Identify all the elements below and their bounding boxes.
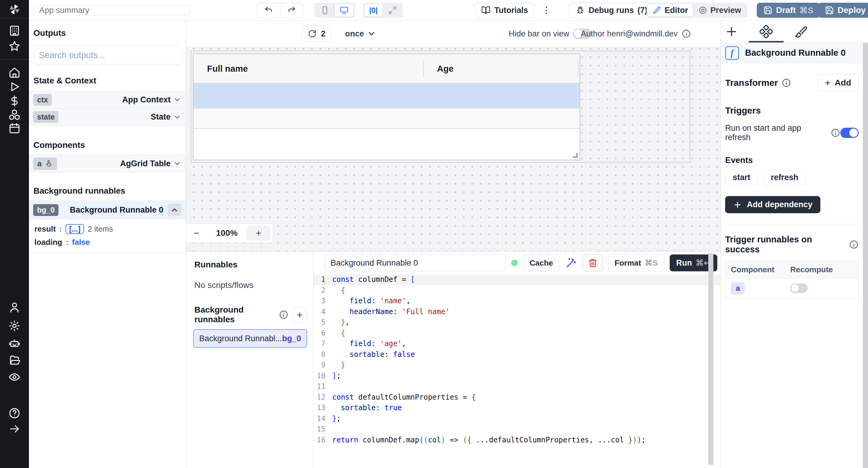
code-line[interactable]: 14}; <box>313 413 721 424</box>
cache-button[interactable]: Cache <box>523 255 559 271</box>
event-pill-refresh[interactable]: refresh <box>764 170 806 185</box>
output-row-state[interactable]: state State <box>29 108 186 126</box>
more-menu-button[interactable] <box>541 3 552 18</box>
table-row-selected[interactable] <box>193 84 580 108</box>
app-canvas[interactable]: Full name Age − 100% + <box>186 47 721 251</box>
recompute-toggle[interactable] <box>790 283 808 293</box>
code-line[interactable]: 8 sortable: false <box>313 349 721 360</box>
plus-icon <box>725 25 738 38</box>
editor-tab[interactable]: Editor <box>648 4 693 16</box>
column-header-full-name[interactable]: Full name <box>207 64 248 74</box>
zoom-in-button[interactable]: + <box>247 226 271 241</box>
code-line[interactable]: 5 }, <box>313 317 721 328</box>
chevron-down-icon[interactable] <box>173 159 181 168</box>
app-summary-input[interactable] <box>33 5 190 15</box>
inspector-scrollbar[interactable] <box>863 43 868 468</box>
tutorials-button[interactable]: Tutorials <box>475 3 534 18</box>
favorites-star-icon[interactable] <box>7 39 22 53</box>
expand-canvas-button[interactable] <box>383 4 402 16</box>
home-icon[interactable] <box>7 66 22 79</box>
add-background-runnable-button[interactable]: + <box>292 306 307 323</box>
mobile-view-button[interactable] <box>315 4 334 16</box>
audit-eye-icon[interactable] <box>7 370 22 384</box>
variables-dollar-icon[interactable] <box>7 94 22 108</box>
desktop-view-button[interactable] <box>335 4 353 16</box>
code-editor-content[interactable]: 1const columnDef = [2 {3 field: 'name',4… <box>313 274 721 468</box>
code-line[interactable]: 16return columnDef.map((col) => ({ ...de… <box>313 435 721 446</box>
debug-runs-button[interactable]: Debug runs (7) <box>569 3 654 18</box>
refresh-mode-select[interactable]: once <box>345 29 376 38</box>
styling-tab[interactable] <box>793 24 808 39</box>
code-line[interactable]: 12const defaultColumnProperties = { <box>313 392 721 403</box>
runnable-name-input[interactable] <box>325 255 506 271</box>
zoom-out-button[interactable]: − <box>186 228 207 239</box>
event-pill-start[interactable]: start <box>725 170 758 185</box>
redo-button[interactable] <box>280 3 303 18</box>
events-heading: Events <box>725 156 859 165</box>
apps-building-icon[interactable] <box>7 24 22 38</box>
runs-play-icon[interactable] <box>7 80 22 94</box>
code-line[interactable]: 3 field: 'name', <box>313 296 721 307</box>
info-icon[interactable] <box>781 78 791 88</box>
settings-components-tab[interactable] <box>758 24 774 39</box>
format-button[interactable]: Format⌘S <box>608 255 664 271</box>
code-line[interactable]: 10]; <box>313 371 721 381</box>
chevron-down-icon[interactable] <box>173 113 181 121</box>
save-icon <box>825 6 834 15</box>
add-dependency-button[interactable]: Add dependency <box>725 196 820 213</box>
canvas-zoom-control: − 100% + <box>186 224 273 243</box>
ai-bot-icon[interactable] <box>7 336 22 350</box>
insert-component-tab[interactable] <box>724 24 739 39</box>
code-line[interactable]: 6 { <box>313 328 721 339</box>
background-runnable-item-selected[interactable]: Background Runnabl... bg_0 <box>193 329 307 348</box>
info-icon[interactable] <box>831 128 840 138</box>
table-row[interactable] <box>193 108 580 129</box>
code-line[interactable]: 15 <box>313 424 721 435</box>
deploy-button[interactable]: Deploy <box>818 3 868 18</box>
add-transformer-button[interactable]: + Add <box>817 74 859 92</box>
code-line[interactable]: 7 field: 'age', <box>313 338 721 349</box>
collapse-arrow-right-icon[interactable] <box>7 422 22 436</box>
center-canvas-button[interactable]: |0| <box>364 4 382 16</box>
refresh-app-button[interactable]: 2 <box>302 26 331 42</box>
code-line[interactable]: 9 } <box>313 360 721 371</box>
output-row-component-a[interactable]: a AgGrid Table <box>29 155 186 172</box>
expand-array-chip[interactable]: [...] <box>65 224 84 234</box>
windmill-logo-icon[interactable] <box>7 2 22 16</box>
search-outputs-input[interactable] <box>33 46 182 64</box>
code-line[interactable]: 2 { <box>313 285 721 296</box>
schedules-calendar-icon[interactable] <box>7 121 22 135</box>
code-line[interactable]: 13 sortable: true <box>313 403 721 413</box>
delete-runnable-button[interactable] <box>583 255 603 271</box>
run-on-start-toggle[interactable] <box>840 128 859 138</box>
aggrid-table-component[interactable]: Full name Age <box>193 54 580 160</box>
output-row-ctx[interactable]: ctx App Context <box>29 91 186 108</box>
line-number: 13 <box>313 403 332 413</box>
editor-scrollbar[interactable] <box>708 253 713 465</box>
code-line[interactable]: 1const columnDef = [ <box>313 274 721 285</box>
column-separator[interactable] <box>423 60 424 78</box>
info-icon[interactable] <box>681 29 691 38</box>
preview-tab[interactable]: Preview <box>693 4 746 16</box>
folders-icon[interactable] <box>7 353 22 367</box>
output-row-bg0[interactable]: bg_0 Background Runnable 0 <box>29 201 186 219</box>
component-a-badge: a <box>33 158 57 170</box>
bg-runnables-title: Background runnables <box>194 305 275 324</box>
ai-wand-icon[interactable] <box>565 257 578 269</box>
resources-boxes-icon[interactable] <box>7 108 22 122</box>
draft-button[interactable]: Draft ⌘S <box>757 3 820 18</box>
help-icon[interactable] <box>7 406 22 420</box>
chevron-down-icon[interactable] <box>173 96 181 104</box>
undo-button[interactable] <box>257 3 280 18</box>
collapse-chevron-up-button[interactable] <box>167 204 181 216</box>
column-separator[interactable] <box>578 60 578 78</box>
info-icon[interactable] <box>279 310 288 320</box>
code-line[interactable]: 4 headerName: 'Full name' <box>313 307 721 317</box>
line-number: 10 <box>313 371 332 381</box>
column-header-age[interactable]: Age <box>437 64 454 74</box>
component-resize-handle[interactable] <box>573 153 578 158</box>
user-icon[interactable] <box>7 301 22 314</box>
settings-gear-icon[interactable] <box>7 319 22 333</box>
code-line[interactable]: 11 <box>313 381 721 392</box>
info-icon[interactable] <box>849 240 859 249</box>
